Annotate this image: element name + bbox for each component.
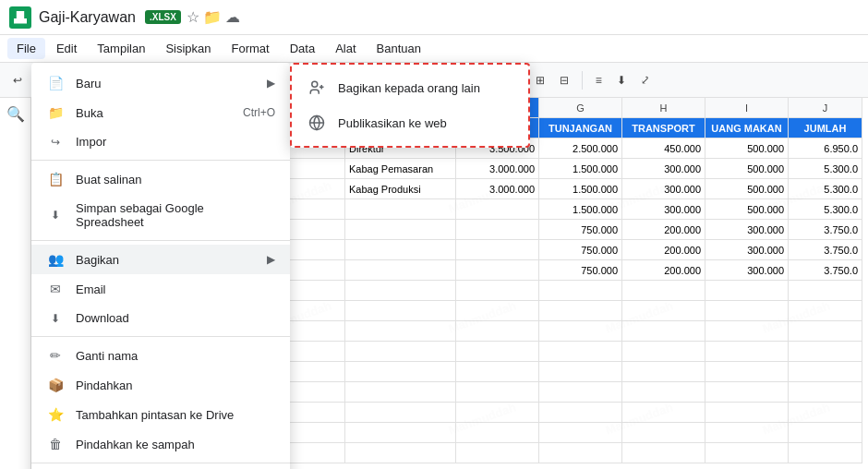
cell-f7[interactable] xyxy=(456,240,539,260)
col-header-i[interactable]: I xyxy=(705,98,789,118)
menu-tambahkan-pintasan[interactable]: ⭐ Tambahkan pintasan ke Drive xyxy=(31,400,290,429)
buat-salinan-icon: 📋 xyxy=(46,172,65,186)
pintasan-icon: ⭐ xyxy=(46,407,65,422)
email-label: Email xyxy=(76,283,275,296)
buka-icon: 📁 xyxy=(46,105,65,120)
pintasan-label: Tambahkan pintasan ke Drive xyxy=(76,408,275,422)
download-icon: ⬇ xyxy=(46,312,65,325)
menu-bar: File Edit Tampilan Sisipkan Format Data … xyxy=(0,35,868,63)
cell-i6[interactable]: 300.000 xyxy=(705,220,789,240)
submenu-publikasikan-web[interactable]: Publikasikan ke web xyxy=(292,105,528,140)
cell-i8[interactable]: 300.000 xyxy=(705,260,789,281)
cell-j1[interactable]: JUMLAH xyxy=(789,118,862,138)
cell-i5[interactable]: 500.000 xyxy=(705,199,789,220)
menu-file[interactable]: File xyxy=(7,38,45,59)
cell-f8[interactable] xyxy=(456,260,539,281)
cell-f6[interactable] xyxy=(456,220,539,240)
menu-data[interactable]: Data xyxy=(281,38,324,59)
menu-tampilan[interactable]: Tampilan xyxy=(88,38,154,59)
col-header-g[interactable]: G xyxy=(539,98,622,118)
impor-label: Impor xyxy=(76,135,275,149)
cell-e8[interactable] xyxy=(345,260,456,281)
baru-icon: 📄 xyxy=(46,76,65,90)
undo-button[interactable]: ↩ xyxy=(7,70,28,90)
cell-e5[interactable] xyxy=(345,199,456,220)
menu-bagikan[interactable]: 👥 Bagikan ▶ xyxy=(31,245,290,274)
app-icon xyxy=(9,6,31,29)
cell-j2[interactable]: 6.950.0 xyxy=(789,138,862,159)
menu-pindahkan-sampah[interactable]: 🗑 Pindahkan ke sampah xyxy=(31,429,290,459)
col-header-j[interactable]: J xyxy=(789,98,862,118)
cell-g6[interactable]: 750.000 xyxy=(539,220,622,240)
align-button[interactable]: ≡ xyxy=(590,70,608,90)
cell-i2[interactable]: 500.000 xyxy=(705,138,789,159)
cell-h8[interactable]: 200.000 xyxy=(622,260,705,281)
cell-i3[interactable]: 500.000 xyxy=(705,159,789,179)
cell-j5[interactable]: 5.300.0 xyxy=(789,199,862,220)
menu-baru[interactable]: 📄 Baru ▶ xyxy=(31,68,290,98)
baru-label: Baru xyxy=(76,77,267,90)
borders-button[interactable]: ⊞ xyxy=(530,70,550,90)
add-person-icon xyxy=(307,79,327,96)
search-sidebar-icon[interactable]: 🔍 xyxy=(6,105,25,123)
menu-simpan-google[interactable]: ⬇ Simpan sebagai Google Spreadsheet xyxy=(31,194,290,236)
cell-j3[interactable]: 5.300.0 xyxy=(789,159,862,179)
cell-i4[interactable]: 500.000 xyxy=(705,179,789,199)
cell-j7[interactable]: 3.750.0 xyxy=(789,240,862,260)
cell-j4[interactable]: 5.300.0 xyxy=(789,179,862,199)
title-bar: Gaji-Karyawan .XLSX ☆ 📁 ☁ xyxy=(0,0,868,35)
ganti-nama-label: Ganti nama xyxy=(76,349,275,363)
pindahkan-icon: 📦 xyxy=(46,378,65,392)
cell-i7[interactable]: 300.000 xyxy=(705,240,789,260)
cell-g1[interactable]: TUNJANGAN xyxy=(539,118,622,138)
merge-button[interactable]: ⊟ xyxy=(554,70,574,90)
menu-bantuan[interactable]: Bantuan xyxy=(368,38,430,59)
cell-h2[interactable]: 450.000 xyxy=(622,138,705,159)
cell-f3[interactable]: 3.000.000 xyxy=(456,159,539,179)
menu-ganti-nama[interactable]: ✏ Ganti nama xyxy=(31,341,290,370)
submenu-bagikan-orang-lain[interactable]: Bagikan kepada orang lain xyxy=(292,70,528,105)
cell-e7[interactable] xyxy=(345,240,456,260)
valign-button[interactable]: ⬇ xyxy=(611,70,632,90)
col-header-h[interactable]: H xyxy=(622,98,705,118)
cell-g8[interactable]: 750.000 xyxy=(539,260,622,281)
cell-g3[interactable]: 1.500.000 xyxy=(539,159,622,179)
cell-g2[interactable]: 2.500.000 xyxy=(539,138,622,159)
cell-g5[interactable]: 1.500.000 xyxy=(539,199,622,220)
cell-h6[interactable]: 200.000 xyxy=(622,220,705,240)
menu-format[interactable]: Format xyxy=(223,38,279,59)
cell-h1[interactable]: TRANSPORT xyxy=(622,118,705,138)
cell-j8[interactable]: 3.750.0 xyxy=(789,260,862,281)
menu-download[interactable]: ⬇ Download xyxy=(31,304,290,332)
menu-sisipkan[interactable]: Sisipkan xyxy=(156,38,220,59)
cloud-icon[interactable]: ☁ xyxy=(225,8,240,26)
ganti-nama-icon: ✏ xyxy=(46,348,65,363)
cell-e4[interactable]: Kabag Produksi xyxy=(345,179,456,199)
menu-sep-1 xyxy=(31,160,290,161)
cell-i1[interactable]: UANG MAKAN xyxy=(705,118,789,138)
star-icon[interactable]: ☆ xyxy=(187,8,199,26)
menu-edit[interactable]: Edit xyxy=(47,38,86,59)
cell-g7[interactable]: 750.000 xyxy=(539,240,622,260)
menu-sep-3 xyxy=(31,336,290,337)
cell-h7[interactable]: 200.000 xyxy=(622,240,705,260)
cell-h4[interactable]: 300.000 xyxy=(622,179,705,199)
menu-email[interactable]: ✉ Email xyxy=(31,274,290,304)
cell-h3[interactable]: 300.000 xyxy=(622,159,705,179)
menu-alat[interactable]: Alat xyxy=(326,38,365,59)
wrap-button[interactable]: ⤦ xyxy=(635,70,656,90)
cell-e6[interactable] xyxy=(345,220,456,240)
folder-icon[interactable]: 📁 xyxy=(203,8,222,26)
cell-h5[interactable]: 300.000 xyxy=(622,199,705,220)
menu-impor[interactable]: ↪ Impor xyxy=(31,127,290,156)
svg-point-0 xyxy=(312,81,318,87)
menu-buat-salinan[interactable]: 📋 Buat salinan xyxy=(31,164,290,194)
file-format-badge: .XLSX xyxy=(145,10,181,24)
cell-j6[interactable]: 3.750.0 xyxy=(789,220,862,240)
menu-pindahkan[interactable]: 📦 Pindahkan xyxy=(31,370,290,400)
cell-f5[interactable] xyxy=(456,199,539,220)
cell-f4[interactable]: 3.000.000 xyxy=(456,179,539,199)
cell-e3[interactable]: Kabag Pemasaran xyxy=(345,159,456,179)
menu-buka[interactable]: 📁 Buka Ctrl+O xyxy=(31,98,290,127)
cell-g4[interactable]: 1.500.000 xyxy=(539,179,622,199)
